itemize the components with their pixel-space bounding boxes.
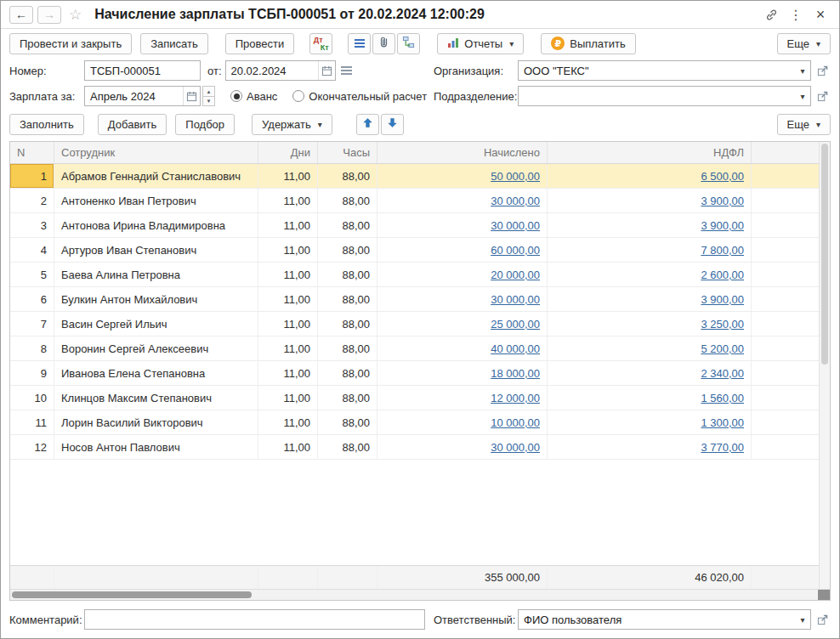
accrued-cell[interactable]: 12 000,00 (377, 386, 548, 410)
responsible-input[interactable] (519, 610, 793, 629)
responsible-field[interactable]: ▾ (518, 609, 811, 630)
employee-cell[interactable]: Иванова Елена Степановна (54, 361, 258, 385)
ndfl-cell[interactable]: 2 340,00 (548, 361, 752, 385)
department-dropdown-icon[interactable]: ▾ (793, 87, 810, 105)
withhold-button[interactable]: Удержать▾ (252, 114, 332, 135)
table-row[interactable]: 11 Лорин Василий Викторович 11,00 88,00 … (10, 410, 830, 435)
hours-cell[interactable]: 88,00 (318, 361, 377, 385)
employee-cell[interactable]: Антоненко Иван Петрович (54, 189, 258, 212)
ndfl-link[interactable]: 3 250,00 (701, 318, 744, 331)
accrued-link[interactable]: 30 000,00 (491, 293, 540, 306)
accrued-link[interactable]: 10 000,00 (491, 416, 540, 429)
row-number-cell[interactable]: 7 (10, 312, 54, 336)
ndfl-cell[interactable]: 7 800,00 (548, 238, 752, 262)
favorite-star-icon[interactable]: ☆ (69, 6, 82, 24)
column-header-hours[interactable]: Часы (318, 142, 377, 163)
column-header-accrued[interactable]: Начислено (377, 142, 548, 163)
radio-advance[interactable]: Аванс (230, 90, 277, 103)
column-header-n[interactable]: N (10, 142, 54, 163)
vertical-scrollbar-thumb[interactable] (821, 144, 828, 365)
salary-period-input[interactable] (85, 87, 183, 105)
accrued-link[interactable]: 60 000,00 (491, 244, 540, 257)
hours-cell[interactable]: 88,00 (318, 189, 377, 212)
ndfl-cell[interactable]: 1 560,00 (548, 386, 752, 410)
row-number-cell[interactable]: 1 (10, 164, 54, 188)
department-input[interactable] (519, 87, 793, 105)
ndfl-cell[interactable]: 3 250,00 (548, 312, 752, 336)
move-down-button[interactable] (381, 114, 404, 135)
ndfl-link[interactable]: 5 200,00 (701, 342, 744, 355)
employee-cell[interactable]: Васин Сергей Ильич (54, 312, 258, 336)
table-row[interactable]: 2 Антоненко Иван Петрович 11,00 88,00 30… (10, 189, 830, 213)
column-header-days[interactable]: Дни (258, 142, 318, 163)
toolbar-more-button[interactable]: Еще▾ (777, 33, 831, 54)
accrued-link[interactable]: 20 000,00 (491, 269, 540, 281)
organization-field[interactable]: ▾ (518, 60, 811, 81)
ndfl-cell[interactable]: 3 900,00 (548, 189, 752, 212)
row-number-cell[interactable]: 2 (10, 189, 54, 212)
row-number-cell[interactable]: 3 (10, 213, 54, 237)
table-more-button[interactable]: Еще▾ (777, 114, 831, 135)
ndfl-link[interactable]: 1 300,00 (701, 416, 744, 429)
employee-cell[interactable]: Лорин Василий Викторович (54, 410, 258, 434)
accrued-cell[interactable]: 30 000,00 (377, 213, 548, 237)
employee-cell[interactable]: Носов Антон Павлович (54, 435, 258, 459)
table-row[interactable]: 10 Клинцов Максим Степанович 11,00 88,00… (10, 386, 830, 410)
row-number-cell[interactable]: 11 (10, 410, 54, 434)
attachments-button[interactable] (372, 33, 395, 54)
table-row[interactable]: 6 Булкин Антон Михайлович 11,00 88,00 30… (10, 287, 830, 312)
organization-dropdown-icon[interactable]: ▾ (793, 61, 810, 80)
accrued-cell[interactable]: 30 000,00 (377, 287, 548, 311)
responsible-dropdown-icon[interactable]: ▾ (793, 610, 810, 629)
accrued-link[interactable]: 30 000,00 (491, 441, 540, 454)
fill-button[interactable]: Заполнить (9, 114, 84, 135)
hours-cell[interactable]: 88,00 (318, 312, 377, 336)
days-cell[interactable]: 11,00 (258, 238, 318, 262)
ndfl-link[interactable]: 3 900,00 (701, 195, 744, 207)
ndfl-link[interactable]: 3 900,00 (701, 219, 744, 232)
row-number-cell[interactable]: 5 (10, 263, 54, 286)
accrued-cell[interactable]: 40 000,00 (377, 336, 548, 360)
days-cell[interactable]: 11,00 (258, 386, 318, 410)
comment-input[interactable] (85, 610, 424, 629)
add-button[interactable]: Добавить (98, 114, 167, 135)
horizontal-scrollbar[interactable] (10, 589, 830, 600)
hours-cell[interactable]: 88,00 (318, 287, 377, 311)
row-number-cell[interactable]: 4 (10, 238, 54, 262)
row-number-cell[interactable]: 10 (10, 386, 54, 410)
accrued-link[interactable]: 18 000,00 (491, 367, 540, 380)
date-input[interactable] (226, 61, 318, 80)
accrued-link[interactable]: 30 000,00 (491, 195, 540, 207)
hours-cell[interactable]: 88,00 (318, 263, 377, 286)
hours-cell[interactable]: 88,00 (318, 238, 377, 262)
column-header-employee[interactable]: Сотрудник (54, 142, 258, 163)
hours-cell[interactable]: 88,00 (318, 336, 377, 360)
table-row[interactable]: 7 Васин Сергей Ильич 11,00 88,00 25 000,… (10, 312, 830, 336)
table-row[interactable]: 1 Абрамов Геннадий Станиславович 11,00 8… (10, 164, 830, 189)
accrued-link[interactable]: 25 000,00 (491, 318, 540, 331)
vertical-scrollbar[interactable] (819, 142, 830, 589)
hours-cell[interactable]: 88,00 (318, 386, 377, 410)
ndfl-cell[interactable]: 3 770,00 (548, 435, 752, 459)
ndfl-cell[interactable]: 6 500,00 (548, 164, 752, 188)
postings-dtkt-button[interactable]: ДтКт (309, 33, 332, 54)
employee-cell[interactable]: Антонова Ирина Владимировна (54, 213, 258, 237)
accrued-link[interactable]: 30 000,00 (491, 219, 540, 232)
hours-cell[interactable]: 88,00 (318, 213, 377, 237)
ndfl-link[interactable]: 3 770,00 (701, 441, 744, 454)
salary-period-field[interactable] (84, 86, 201, 106)
accrued-link[interactable]: 12 000,00 (491, 392, 540, 404)
save-button[interactable]: Записать (140, 33, 208, 54)
ndfl-cell[interactable]: 3 900,00 (548, 287, 752, 311)
post-and-close-button[interactable]: Провести и закрыть (9, 33, 132, 54)
accrued-link[interactable]: 40 000,00 (491, 342, 540, 355)
employee-cell[interactable]: Абрамов Геннадий Станиславович (54, 164, 258, 188)
ndfl-link[interactable]: 1 560,00 (701, 392, 744, 404)
days-cell[interactable]: 11,00 (258, 361, 318, 385)
document-register-button[interactable] (348, 33, 371, 54)
document-structure-icon[interactable] (338, 61, 355, 80)
horizontal-scrollbar-thumb[interactable] (12, 591, 252, 598)
number-field[interactable] (84, 60, 201, 81)
row-number-cell[interactable]: 12 (10, 435, 54, 459)
days-cell[interactable]: 11,00 (258, 287, 318, 311)
